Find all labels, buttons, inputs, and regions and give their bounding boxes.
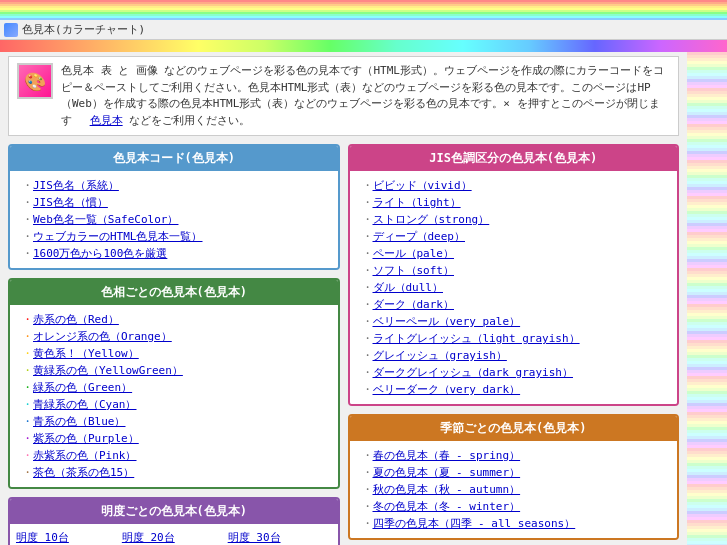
color-groups-list: 赤系の色（Red） オレンジ系の色（Orange） 黄色系！（Yellow） 黄… — [22, 311, 326, 481]
list-item: 赤紫系の色（Pink） — [22, 447, 326, 464]
list-item: ウェブカラーのHTML色見本一覧） — [22, 228, 326, 245]
list-item: ダル（dull） — [362, 279, 666, 296]
list-item: 赤系の色（Red） — [22, 311, 326, 328]
list-item: 黄緑系の色（YellowGreen） — [22, 362, 326, 379]
seasons-list: 春の色見本（春 - spring） 夏の色見本（夏 - summer） 秋の色見… — [362, 447, 666, 532]
list-item: JIS色名（系統） — [22, 177, 326, 194]
color-groups-section: 色相ごとの色見本(色見本) 赤系の色（Red） オレンジ系の色（Orange） … — [8, 278, 340, 489]
brightness-link[interactable]: 明度 10台 — [16, 530, 120, 545]
list-item: オレンジ系の色（Orange） — [22, 328, 326, 345]
window-title: 色見本(カラーチャート) — [22, 22, 145, 37]
intro-link[interactable]: 色見本 — [90, 114, 123, 127]
list-item: JIS色名（慣） — [22, 194, 326, 211]
list-item: ディープ（deep） — [362, 228, 666, 245]
list-item: 黄色系！（Yellow） — [22, 345, 326, 362]
jis-scale-body: ビビッド（vivid） ライト（light） ストロング（strong） ディー… — [350, 171, 678, 404]
list-item: ベリーペール（very pale） — [362, 313, 666, 330]
intro-icon: 🎨 — [17, 63, 53, 99]
color-codes-body: JIS色名（系統） JIS色名（慣） Web色名一覧（SafeColor） ウェ… — [10, 171, 338, 268]
list-item: Web色名一覧（SafeColor） — [22, 211, 326, 228]
seasons-header: 季節ごとの色見本(色見本) — [350, 416, 678, 441]
jis-scale-section: JIS色調区分の色見本(色見本) ビビッド（vivid） ライト（light） … — [348, 144, 680, 406]
gradient-bar — [0, 40, 727, 52]
color-codes-section: 色見本コード(色見本) JIS色名（系統） JIS色名（慣） Web色名一覧（S… — [8, 144, 340, 270]
brightness-link[interactable]: 明度 30台 — [228, 530, 332, 545]
list-item: ライトグレイッシュ（light grayish） — [362, 330, 666, 347]
color-groups-header: 色相ごとの色見本(色見本) — [10, 280, 338, 305]
list-item: 緑系の色（Green） — [22, 379, 326, 396]
browser-icon — [4, 23, 18, 37]
color-codes-list: JIS色名（系統） JIS色名（慣） Web色名一覧（SafeColor） ウェ… — [22, 177, 326, 262]
list-item: 夏の色見本（夏 - summer） — [362, 464, 666, 481]
list-item: ソフト（soft） — [362, 262, 666, 279]
list-item: 冬の色見本（冬 - winter） — [362, 498, 666, 515]
brightness-grid: 明度 10台 明度 20台 明度 30台 明度 40台 明度 59台 明度 60… — [10, 524, 338, 545]
jis-scale-list: ビビッド（vivid） ライト（light） ストロング（strong） ディー… — [362, 177, 666, 398]
list-item: 茶色（茶系の色15） — [22, 464, 326, 481]
intro-section: 🎨 色見本 表 と 画像 などのウェブページを彩る色の見本です（HTML形式）。… — [8, 56, 679, 136]
jis-scale-header: JIS色調区分の色見本(色見本) — [350, 146, 678, 171]
list-item: ダークグレイッシュ（dark grayish） — [362, 364, 666, 381]
seasons-body: 春の色見本（春 - spring） 夏の色見本（夏 - summer） 秋の色見… — [350, 441, 678, 538]
list-item: ライト（light） — [362, 194, 666, 211]
list-item: ペール（pale） — [362, 245, 666, 262]
list-item: 紫系の色（Purple） — [22, 430, 326, 447]
list-item: 秋の色見本（秋 - autumn） — [362, 481, 666, 498]
brightness-header: 明度ごとの色見本(色見本) — [10, 499, 338, 524]
list-item: ダーク（dark） — [362, 296, 666, 313]
brightness-link[interactable]: 明度 20台 — [122, 530, 226, 545]
list-item: ベリーダーク（very dark） — [362, 381, 666, 398]
list-item: 四季の色見本（四季 - all seasons） — [362, 515, 666, 532]
title-bar: 色見本(カラーチャート) — [0, 20, 727, 40]
seasons-section: 季節ごとの色見本(色見本) 春の色見本（春 - spring） 夏の色見本（夏 … — [348, 414, 680, 540]
list-item: ストロング（strong） — [362, 211, 666, 228]
right-rainbow-bars — [687, 52, 727, 545]
list-item: 春の色見本（春 - spring） — [362, 447, 666, 464]
list-item: 1600万色から100色を厳選 — [22, 245, 326, 262]
intro-text: 色見本 表 と 画像 などのウェブページを彩る色の見本です（HTML形式）。ウェ… — [61, 63, 670, 129]
rainbow-lines — [0, 0, 727, 20]
list-item: 青系の色（Blue） — [22, 413, 326, 430]
color-groups-body: 赤系の色（Red） オレンジ系の色（Orange） 黄色系！（Yellow） 黄… — [10, 305, 338, 487]
list-item: 青緑系の色（Cyan） — [22, 396, 326, 413]
color-codes-header: 色見本コード(色見本) — [10, 146, 338, 171]
brightness-section: 明度ごとの色見本(色見本) 明度 10台 明度 20台 明度 30台 明度 40… — [8, 497, 340, 545]
list-item: グレイッシュ（grayish） — [362, 347, 666, 364]
list-item: ビビッド（vivid） — [362, 177, 666, 194]
